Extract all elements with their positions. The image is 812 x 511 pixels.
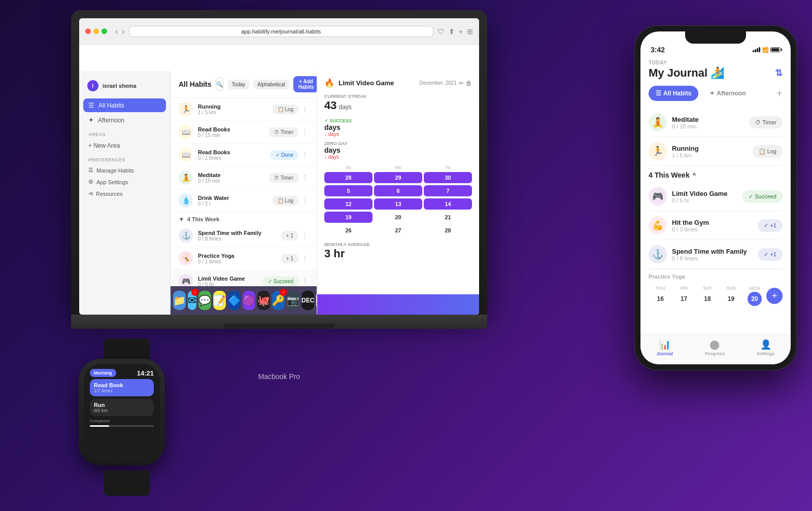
iphone-hit-gym-plus-button[interactable]: ✓ +1 bbox=[758, 219, 783, 232]
iphone-cal-mon[interactable]: MON 20 bbox=[743, 286, 766, 306]
read-books-done-more[interactable]: ⋮ bbox=[301, 151, 309, 159]
cal-day-12[interactable]: 12 bbox=[324, 198, 373, 210]
iphone-meditate-timer-button[interactable]: ⏱ Timer bbox=[749, 116, 783, 128]
sidebar-item-afternoon[interactable]: ✦ Afternoon bbox=[83, 113, 166, 127]
share-icon[interactable]: ⬆ bbox=[449, 27, 455, 36]
cal-day-6[interactable]: 6 bbox=[374, 185, 422, 196]
read-books-timer-button[interactable]: ⏱ Timer bbox=[269, 127, 298, 137]
spend-time-more[interactable]: ⋮ bbox=[301, 231, 309, 240]
dock-mail[interactable]: ✉ ! bbox=[188, 291, 196, 310]
cal-day-21[interactable]: 21 bbox=[424, 212, 472, 223]
cal-day-20[interactable]: 20 bbox=[374, 212, 422, 223]
add-habits-button[interactable]: + Add Habits bbox=[293, 76, 317, 92]
zero-day-stat: ZERO DAY days ↓ days bbox=[324, 141, 472, 160]
sort-icon[interactable]: ⇅ bbox=[775, 67, 783, 79]
iphone-journal-title: My Journal 🏄 ⇅ bbox=[649, 66, 783, 80]
iphone-cal-thu[interactable]: THU 16 bbox=[649, 286, 672, 306]
panel-edit-icon[interactable]: ✏ bbox=[459, 80, 464, 87]
watch-time: 14:21 bbox=[137, 369, 154, 377]
practice-yoga-plus-button[interactable]: + 1 bbox=[281, 254, 298, 263]
all-habits-icon: ☰ bbox=[88, 101, 94, 109]
dock-safari[interactable]: 🧭 bbox=[171, 291, 171, 310]
panel-delete-icon[interactable]: 🗑 bbox=[466, 80, 472, 87]
iphone-time: 3:42 bbox=[651, 46, 665, 54]
dock-1password[interactable]: 🔑 ! bbox=[272, 291, 285, 310]
cal-day-19[interactable]: 19 bbox=[324, 212, 373, 223]
iphone-running-log-button[interactable]: 📋 Log bbox=[753, 145, 783, 158]
iphone-tab-all-habits[interactable]: ☰ All Habits bbox=[649, 86, 698, 101]
watch-completed-label: Completed bbox=[90, 419, 154, 423]
sidebar-item-all-habits[interactable]: ☰ All Habits bbox=[83, 98, 166, 112]
forward-icon[interactable]: › bbox=[122, 27, 124, 36]
dock-vscode[interactable]: 🔷 bbox=[228, 291, 241, 310]
iphone-nav-settings[interactable]: 👤 Settings bbox=[757, 339, 775, 356]
grid-icon[interactable]: ⊞ bbox=[467, 27, 473, 36]
iphone-cal-sun-label: SUN bbox=[719, 286, 742, 291]
dock-figma[interactable]: 🟣 bbox=[243, 291, 255, 310]
limit-video-more[interactable]: ⋮ bbox=[301, 277, 309, 285]
dock-terminal[interactable]: DEC bbox=[301, 291, 314, 310]
minimize-dot[interactable] bbox=[93, 28, 99, 34]
dock-camera[interactable]: 📷 bbox=[287, 291, 299, 310]
dock-github[interactable]: 🐙 bbox=[257, 291, 270, 310]
iphone-hit-gym-sub: 0 / 3 times bbox=[672, 226, 753, 232]
spend-time-plus-button[interactable]: + 1 bbox=[281, 231, 298, 241]
cal-day-5[interactable]: 5 bbox=[324, 185, 373, 196]
iphone-cal-sat[interactable]: SAT 18 bbox=[696, 286, 719, 306]
cal-day-7[interactable]: 7 bbox=[424, 185, 472, 196]
drink-water-log-button[interactable]: 📋 Log bbox=[273, 196, 298, 206]
meditate-more[interactable]: ⋮ bbox=[301, 174, 309, 182]
iphone-nav-progress[interactable]: ⬤ Progress bbox=[705, 339, 725, 356]
dock-finder[interactable]: 📁 bbox=[173, 291, 186, 310]
practice-yoga-more[interactable]: ⋮ bbox=[301, 254, 309, 262]
cal-day-28-nov[interactable]: 28 bbox=[324, 172, 373, 183]
read-books-timer-more[interactable]: ⋮ bbox=[301, 128, 309, 136]
cal-day-28[interactable]: 28 bbox=[424, 225, 472, 236]
cal-day-13[interactable]: 13 bbox=[374, 198, 422, 210]
iphone-nav-journal[interactable]: 📊 Journal bbox=[656, 339, 673, 356]
sidebar-manage-habits[interactable]: ☰ Manage Habits bbox=[83, 164, 166, 176]
sidebar-app-settings[interactable]: ⚙ App Settings bbox=[83, 176, 166, 188]
1password-badge: ! bbox=[280, 289, 287, 296]
today-filter[interactable]: Today bbox=[228, 80, 250, 89]
new-area-item[interactable]: + New Area bbox=[83, 139, 166, 152]
limit-video-succeed-button[interactable]: ✓ Succeed bbox=[263, 277, 298, 286]
iphone-spend-time-plus-button[interactable]: ✓ +1 bbox=[758, 248, 783, 261]
back-icon[interactable]: ‹ bbox=[115, 27, 118, 36]
cal-day-27[interactable]: 27 bbox=[374, 225, 422, 236]
running-icon: 🏃 bbox=[179, 102, 193, 116]
running-sub: 1 / 5 km bbox=[198, 110, 267, 115]
meditate-timer-button[interactable]: ⏱ Timer bbox=[269, 173, 298, 183]
dock-notes[interactable]: 📝 bbox=[213, 291, 226, 310]
cal-day-14[interactable]: 14 bbox=[424, 198, 472, 210]
macbook-label: Macbook Pro bbox=[258, 372, 300, 381]
dock-messages[interactable]: 💬 bbox=[198, 291, 211, 310]
running-more-button[interactable]: ⋮ bbox=[301, 105, 309, 113]
iphone-cal-sat-label: SAT bbox=[696, 286, 719, 291]
iphone-tab-afternoon[interactable]: ✦ Afternoon bbox=[702, 86, 753, 101]
read-books-done-button[interactable]: ✓ Done bbox=[270, 150, 298, 160]
drink-water-more[interactable]: ⋮ bbox=[301, 196, 309, 205]
limit-video-info: Limit Video Game 0 / 5 hr bbox=[198, 276, 258, 287]
iphone-cal-fri[interactable]: FRI 17 bbox=[672, 286, 695, 306]
iphone-limit-video-succeed-button[interactable]: ✓ Succeed bbox=[742, 190, 783, 203]
watch-progress-bar bbox=[90, 425, 154, 427]
url-bar[interactable]: app.habitify.me/journal/all-habits bbox=[129, 26, 433, 37]
sidebar-resources[interactable]: ⊲ Resources bbox=[83, 188, 166, 199]
running-log-button[interactable]: 📋 Log bbox=[273, 105, 298, 114]
iphone-cal-sun[interactable]: SUN 19 bbox=[719, 286, 742, 306]
iphone-add-event-button[interactable]: + bbox=[766, 288, 783, 304]
watch-habit-read-book[interactable]: Read Book 1/7 times bbox=[90, 379, 154, 396]
cal-day-29-nov[interactable]: 29 bbox=[374, 172, 422, 183]
maximize-dot[interactable] bbox=[101, 28, 107, 34]
cal-day-26[interactable]: 26 bbox=[324, 225, 373, 236]
iphone-add-button[interactable]: + bbox=[776, 88, 783, 99]
watch-morning-tab[interactable]: Morning bbox=[90, 369, 116, 377]
new-tab-icon[interactable]: + bbox=[459, 27, 463, 36]
alphabetical-filter[interactable]: Alphabetical bbox=[253, 80, 289, 89]
success-stat: ✓ SUCCESS days ↓ days bbox=[324, 118, 472, 137]
search-button[interactable]: 🔍 bbox=[216, 78, 224, 91]
watch-habit-run[interactable]: Run 0/2 km bbox=[90, 399, 154, 416]
close-dot[interactable] bbox=[85, 28, 91, 34]
cal-day-30-nov[interactable]: 30 bbox=[424, 172, 472, 183]
